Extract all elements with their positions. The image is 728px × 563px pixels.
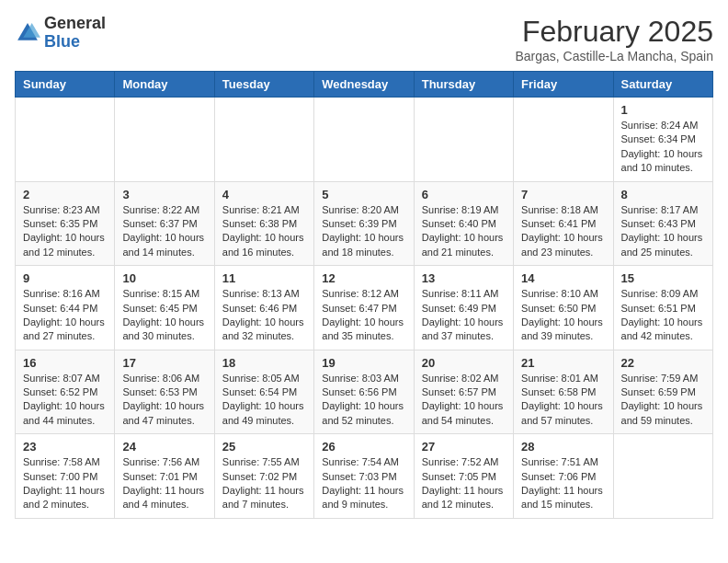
weekday-header-thursday: Thursday — [414, 72, 513, 98]
title-block: February 2025 Bargas, Castille-La Mancha… — [515, 15, 713, 63]
calendar-week-1: 1Sunrise: 8:24 AM Sunset: 6:34 PM Daylig… — [16, 98, 713, 182]
day-info: Sunrise: 8:24 AM Sunset: 6:34 PM Dayligh… — [621, 119, 705, 176]
day-number: 23 — [23, 440, 107, 454]
calendar-cell: 6Sunrise: 8:19 AM Sunset: 6:40 PM Daylig… — [414, 181, 513, 266]
day-info: Sunrise: 8:03 AM Sunset: 6:56 PM Dayligh… — [322, 372, 405, 429]
logo: General Blue — [15, 15, 106, 52]
day-number: 12 — [322, 271, 405, 285]
day-info: Sunrise: 8:17 AM Sunset: 6:43 PM Dayligh… — [621, 203, 705, 260]
day-info: Sunrise: 8:06 AM Sunset: 6:53 PM Dayligh… — [122, 372, 206, 429]
day-number: 10 — [122, 271, 206, 285]
weekday-header-wednesday: Wednesday — [314, 72, 414, 98]
weekday-header-tuesday: Tuesday — [214, 72, 313, 98]
day-info: Sunrise: 8:12 AM Sunset: 6:47 PM Dayligh… — [322, 287, 405, 344]
calendar-cell: 24Sunrise: 7:56 AM Sunset: 7:01 PM Dayli… — [115, 434, 214, 519]
calendar-cell: 10Sunrise: 8:15 AM Sunset: 6:45 PM Dayli… — [115, 266, 214, 350]
calendar-table: SundayMondayTuesdayWednesdayThursdayFrid… — [15, 71, 713, 519]
day-number: 14 — [521, 271, 605, 285]
day-info: Sunrise: 7:58 AM Sunset: 7:00 PM Dayligh… — [23, 455, 107, 512]
day-info: Sunrise: 8:23 AM Sunset: 6:35 PM Dayligh… — [23, 203, 107, 260]
calendar-cell: 5Sunrise: 8:20 AM Sunset: 6:39 PM Daylig… — [314, 181, 414, 266]
day-number: 28 — [521, 440, 605, 454]
day-number: 9 — [23, 271, 107, 285]
calendar-cell: 1Sunrise: 8:24 AM Sunset: 6:34 PM Daylig… — [613, 98, 712, 182]
day-number: 13 — [422, 271, 506, 285]
calendar-cell — [414, 98, 513, 182]
day-info: Sunrise: 8:01 AM Sunset: 6:58 PM Dayligh… — [521, 372, 605, 429]
day-info: Sunrise: 8:18 AM Sunset: 6:41 PM Dayligh… — [521, 203, 605, 260]
day-number: 20 — [422, 356, 506, 370]
day-info: Sunrise: 7:54 AM Sunset: 7:03 PM Dayligh… — [322, 455, 405, 512]
calendar-cell: 12Sunrise: 8:12 AM Sunset: 6:47 PM Dayli… — [314, 266, 414, 350]
calendar-week-5: 23Sunrise: 7:58 AM Sunset: 7:00 PM Dayli… — [16, 434, 713, 519]
calendar-cell: 21Sunrise: 8:01 AM Sunset: 6:58 PM Dayli… — [514, 350, 613, 434]
calendar-week-4: 16Sunrise: 8:07 AM Sunset: 6:52 PM Dayli… — [16, 350, 713, 434]
calendar-cell: 19Sunrise: 8:03 AM Sunset: 6:56 PM Dayli… — [314, 350, 414, 434]
calendar-cell — [16, 98, 115, 182]
day-number: 7 — [521, 188, 605, 201]
calendar-cell — [115, 98, 214, 182]
day-number: 26 — [322, 440, 405, 454]
calendar-cell: 25Sunrise: 7:55 AM Sunset: 7:02 PM Dayli… — [214, 434, 313, 519]
calendar-cell: 20Sunrise: 8:02 AM Sunset: 6:57 PM Dayli… — [414, 350, 513, 434]
calendar-header: SundayMondayTuesdayWednesdayThursdayFrid… — [16, 72, 713, 98]
day-number: 5 — [322, 188, 405, 201]
day-info: Sunrise: 8:21 AM Sunset: 6:38 PM Dayligh… — [222, 203, 306, 260]
day-info: Sunrise: 8:07 AM Sunset: 6:52 PM Dayligh… — [23, 372, 107, 429]
calendar-body: 1Sunrise: 8:24 AM Sunset: 6:34 PM Daylig… — [16, 98, 713, 519]
calendar-cell — [314, 98, 414, 182]
day-info: Sunrise: 8:16 AM Sunset: 6:44 PM Dayligh… — [23, 287, 107, 344]
day-info: Sunrise: 8:05 AM Sunset: 6:54 PM Dayligh… — [222, 372, 306, 429]
day-info: Sunrise: 8:02 AM Sunset: 6:57 PM Dayligh… — [422, 372, 506, 429]
month-title: February 2025 — [515, 15, 713, 49]
day-number: 3 — [122, 188, 206, 201]
calendar-cell: 26Sunrise: 7:54 AM Sunset: 7:03 PM Dayli… — [314, 434, 414, 519]
day-number: 17 — [122, 356, 206, 370]
day-number: 1 — [621, 103, 705, 117]
day-info: Sunrise: 7:55 AM Sunset: 7:02 PM Dayligh… — [222, 455, 306, 512]
calendar-cell: 7Sunrise: 8:18 AM Sunset: 6:41 PM Daylig… — [514, 181, 613, 266]
day-number: 21 — [521, 356, 605, 370]
day-number: 11 — [222, 271, 306, 285]
calendar-cell: 27Sunrise: 7:52 AM Sunset: 7:05 PM Dayli… — [414, 434, 513, 519]
day-number: 22 — [621, 356, 705, 370]
day-number: 2 — [23, 188, 107, 201]
day-info: Sunrise: 7:56 AM Sunset: 7:01 PM Dayligh… — [122, 455, 206, 512]
day-info: Sunrise: 8:15 AM Sunset: 6:45 PM Dayligh… — [122, 287, 206, 344]
day-number: 16 — [23, 356, 107, 370]
calendar-cell: 8Sunrise: 8:17 AM Sunset: 6:43 PM Daylig… — [613, 181, 712, 266]
calendar-cell: 9Sunrise: 8:16 AM Sunset: 6:44 PM Daylig… — [16, 266, 115, 350]
page-header: General Blue February 2025 Bargas, Casti… — [15, 15, 713, 63]
day-info: Sunrise: 7:52 AM Sunset: 7:05 PM Dayligh… — [422, 455, 506, 512]
day-number: 6 — [422, 188, 506, 201]
calendar-cell: 17Sunrise: 8:06 AM Sunset: 6:53 PM Dayli… — [115, 350, 214, 434]
day-info: Sunrise: 7:59 AM Sunset: 6:59 PM Dayligh… — [621, 372, 705, 429]
calendar-cell: 23Sunrise: 7:58 AM Sunset: 7:00 PM Dayli… — [16, 434, 115, 519]
weekday-header-saturday: Saturday — [613, 72, 712, 98]
day-number: 8 — [621, 188, 705, 201]
calendar-cell: 13Sunrise: 8:11 AM Sunset: 6:49 PM Dayli… — [414, 266, 513, 350]
day-number: 27 — [422, 440, 506, 454]
calendar-cell: 2Sunrise: 8:23 AM Sunset: 6:35 PM Daylig… — [16, 181, 115, 266]
calendar-week-2: 2Sunrise: 8:23 AM Sunset: 6:35 PM Daylig… — [16, 181, 713, 266]
calendar-cell: 18Sunrise: 8:05 AM Sunset: 6:54 PM Dayli… — [214, 350, 313, 434]
calendar-cell: 14Sunrise: 8:10 AM Sunset: 6:50 PM Dayli… — [514, 266, 613, 350]
calendar-cell: 16Sunrise: 8:07 AM Sunset: 6:52 PM Dayli… — [16, 350, 115, 434]
day-number: 19 — [322, 356, 405, 370]
day-info: Sunrise: 8:11 AM Sunset: 6:49 PM Dayligh… — [422, 287, 506, 344]
logo-general-text: General — [44, 14, 106, 32]
weekday-header-friday: Friday — [514, 72, 613, 98]
day-number: 24 — [122, 440, 206, 454]
weekday-header-monday: Monday — [115, 72, 214, 98]
day-info: Sunrise: 8:22 AM Sunset: 6:37 PM Dayligh… — [122, 203, 206, 260]
calendar-cell: 3Sunrise: 8:22 AM Sunset: 6:37 PM Daylig… — [115, 181, 214, 266]
logo-blue-text: Blue — [44, 32, 80, 51]
day-number: 25 — [222, 440, 306, 454]
day-info: Sunrise: 7:51 AM Sunset: 7:06 PM Dayligh… — [521, 455, 605, 512]
calendar-cell: 15Sunrise: 8:09 AM Sunset: 6:51 PM Dayli… — [613, 266, 712, 350]
calendar-cell: 11Sunrise: 8:13 AM Sunset: 6:46 PM Dayli… — [214, 266, 313, 350]
calendar-cell: 4Sunrise: 8:21 AM Sunset: 6:38 PM Daylig… — [214, 181, 313, 266]
day-info: Sunrise: 8:20 AM Sunset: 6:39 PM Dayligh… — [322, 203, 405, 260]
day-number: 18 — [222, 356, 306, 370]
day-info: Sunrise: 8:13 AM Sunset: 6:46 PM Dayligh… — [222, 287, 306, 344]
